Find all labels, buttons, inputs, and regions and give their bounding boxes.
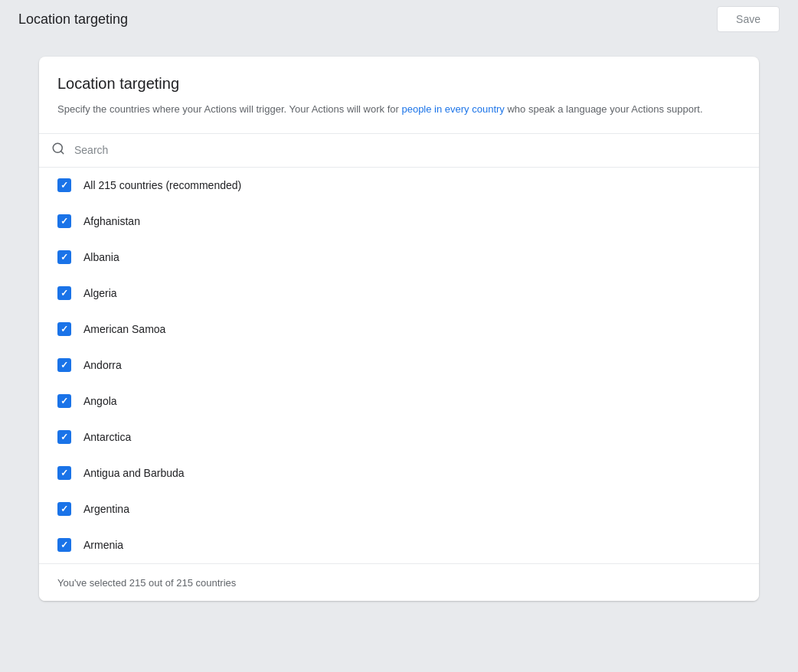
checkmark-icon: ✓ [61,432,68,442]
checkmark-icon: ✓ [61,540,68,550]
country-checkbox[interactable]: ✓ [57,286,71,300]
checkmark-icon: ✓ [61,253,68,262]
country-item[interactable]: ✓Afghanistan [39,204,759,240]
country-item[interactable]: ✓Andorra [39,347,759,383]
country-name: Afghanistan [83,215,140,227]
save-button[interactable]: Save [717,6,780,32]
search-bar [39,134,759,168]
checkmark-icon: ✓ [61,181,68,190]
search-icon [51,142,65,159]
country-item[interactable]: ✓Argentina [39,491,759,527]
country-item[interactable]: ✓Albania [39,240,759,276]
country-item[interactable]: ✓Armenia [39,527,759,563]
country-checkbox[interactable]: ✓ [57,250,71,264]
country-name: Antigua and Barbuda [83,467,185,479]
checkmark-icon: ✓ [61,396,68,406]
country-name: All 215 countries (recommended) [83,179,241,191]
country-checkbox[interactable]: ✓ [57,178,71,192]
country-checkbox[interactable]: ✓ [57,214,71,228]
checkbox-wrapper: ✓ [57,178,71,192]
country-name: Antarctica [83,431,131,443]
page-content: Location targeting Specify the countries… [0,38,798,619]
top-bar: Location targeting Save [0,0,798,38]
top-bar-title: Location targeting [18,11,128,28]
checkmark-icon: ✓ [61,325,68,334]
card-header: Location targeting Specify the countries… [39,57,759,134]
country-name: Argentina [83,503,129,515]
country-item[interactable]: ✓American Samoa [39,312,759,347]
checkbox-wrapper: ✓ [57,502,71,516]
country-item[interactable]: ✓Algeria [39,276,759,312]
checkbox-wrapper: ✓ [57,250,71,264]
checkmark-icon: ✓ [61,504,68,514]
checkbox-wrapper: ✓ [57,358,71,372]
country-checkbox[interactable]: ✓ [57,358,71,372]
checkbox-wrapper: ✓ [57,394,71,408]
country-checkbox[interactable]: ✓ [57,502,71,516]
country-item[interactable]: ✓All 215 countries (recommended) [39,168,759,204]
svg-line-1 [61,151,63,153]
search-input[interactable] [74,144,747,156]
country-item[interactable]: ✓Angola [39,383,759,419]
country-item[interactable]: ✓Antarctica [39,419,759,455]
checkbox-wrapper: ✓ [57,286,71,300]
people-link[interactable]: people in every country [401,103,504,115]
checkmark-icon: ✓ [61,468,68,478]
card-footer: You've selected 215 out of 215 countries [39,563,759,601]
country-checkbox[interactable]: ✓ [57,394,71,408]
checkbox-wrapper: ✓ [57,538,71,552]
card-description: Specify the countries where your Actions… [57,102,741,118]
checkbox-wrapper: ✓ [57,466,71,480]
selection-count: You've selected 215 out of 215 countries [57,577,236,589]
country-name: Albania [83,251,119,263]
country-name: Algeria [83,287,117,299]
checkmark-icon: ✓ [61,289,68,298]
country-name: Armenia [83,539,123,551]
checkbox-wrapper: ✓ [57,430,71,444]
country-checkbox[interactable]: ✓ [57,322,71,336]
country-item[interactable]: ✓Antigua and Barbuda [39,455,759,491]
location-targeting-card: Location targeting Specify the countries… [39,57,759,601]
country-checkbox[interactable]: ✓ [57,430,71,444]
country-name: American Samoa [83,323,165,335]
checkbox-wrapper: ✓ [57,214,71,228]
checkmark-icon: ✓ [61,360,68,370]
checkbox-wrapper: ✓ [57,322,71,336]
country-checkbox[interactable]: ✓ [57,538,71,552]
country-checkbox[interactable]: ✓ [57,466,71,480]
country-list: ✓All 215 countries (recommended)✓Afghani… [39,168,759,563]
country-name: Angola [83,395,117,407]
country-name: Andorra [83,359,122,371]
card-title: Location targeting [57,75,741,93]
checkmark-icon: ✓ [61,217,68,226]
